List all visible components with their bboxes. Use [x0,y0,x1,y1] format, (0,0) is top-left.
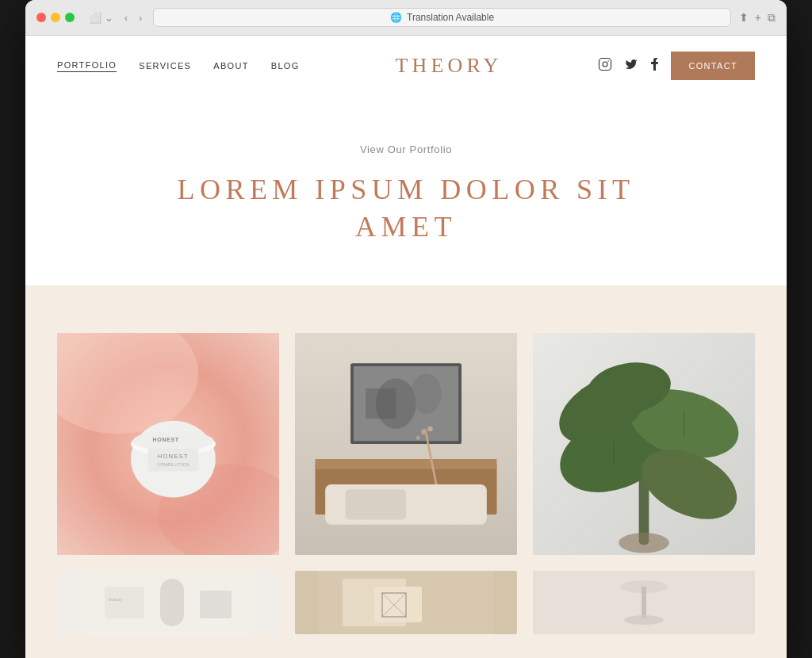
share-button[interactable]: ⬆ [739,11,749,24]
portfolio-item-3[interactable] [533,333,755,555]
svg-point-2 [608,60,610,62]
svg-point-8 [132,430,213,450]
nav-portfolio[interactable]: PORTFOLIO [57,60,117,72]
svg-point-22 [411,373,441,414]
svg-rect-0 [599,59,611,71]
website-content: PORTFOLIO SERVICES ABOUT BLOG THEORY [25,36,787,658]
svg-rect-40 [160,579,184,626]
hero-section: View Our Portfolio LOREM IPSUM DOLOR SIT… [25,96,787,285]
brand-logo[interactable]: THEORY [395,54,502,78]
portfolio-item-1[interactable]: HONEST VITAMIN LOTION [57,333,279,555]
svg-text:HONEST: HONEST [158,452,189,459]
svg-rect-23 [366,388,396,419]
portfolio-image-3 [533,333,755,555]
portfolio-image-4: beauty [57,571,279,634]
nav-back[interactable]: ‹ [121,10,131,25]
translation-icon: 🌐 [390,12,402,23]
traffic-lights [36,13,75,22]
hero-subtitle: View Our Portfolio [41,143,771,155]
nav-about[interactable]: ABOUT [213,61,249,71]
portfolio-section: HONEST VITAMIN LOTION [25,285,787,658]
svg-point-25 [421,429,427,435]
portfolio-grid-bottom: beauty [57,571,755,634]
contact-button[interactable]: CONTACT [671,52,755,80]
nav-left: PORTFOLIO SERVICES ABOUT BLOG [57,60,300,72]
portfolio-grid: HONEST VITAMIN LOTION [57,333,755,555]
address-bar[interactable]: 🌐 Translation Available [153,8,731,27]
portfolio-item-4[interactable]: beauty [57,571,279,634]
hero-title: LOREM IPSUM DOLOR SIT AMET [41,171,771,246]
portfolio-item-2[interactable] [295,333,517,555]
svg-point-52 [624,615,664,625]
portfolio-item-6[interactable] [533,571,755,634]
address-text: Translation Available [407,12,494,23]
svg-rect-51 [642,587,646,618]
portfolio-image-6 [533,571,755,634]
twitter-icon[interactable] [625,58,638,74]
tabs-button[interactable]: ⧉ [768,11,776,25]
svg-point-1 [603,62,607,67]
portfolio-image-2 [295,333,517,555]
portfolio-item-5[interactable] [295,571,517,634]
svg-text:VITAMIN LOTION: VITAMIN LOTION [157,462,190,467]
browser-actions: ⬆ + ⧉ [739,11,776,25]
facebook-icon[interactable] [650,57,658,75]
svg-point-26 [416,435,420,439]
svg-point-37 [619,533,669,553]
maximize-button[interactable] [65,13,75,22]
portfolio-image-5 [295,571,517,634]
browser-controls: ⬜ ⌄ ‹ › [86,10,145,25]
svg-text:beauty: beauty [109,597,123,602]
new-tab-button[interactable]: + [755,11,761,24]
nav-blog[interactable]: BLOG [271,61,300,71]
nav-services[interactable]: SERVICES [139,61,191,71]
svg-rect-41 [200,591,232,618]
instagram-icon[interactable] [598,57,612,75]
browser-window: ⬜ ⌄ ‹ › 🌐 Translation Available ⬆ + ⧉ PO… [25,0,787,658]
svg-rect-39 [105,587,144,618]
svg-point-27 [427,426,432,430]
navigation: PORTFOLIO SERVICES ABOUT BLOG THEORY [25,36,787,96]
svg-rect-16 [315,459,496,469]
nav-forward[interactable]: › [136,10,145,25]
nav-right: CONTACT [598,52,755,80]
svg-rect-18 [346,489,406,519]
close-button[interactable] [36,13,46,22]
minimize-button[interactable] [51,13,60,22]
portfolio-image-1: HONEST VITAMIN LOTION [57,333,279,555]
back-button[interactable]: ⬜ ⌄ [86,10,117,25]
browser-chrome: ⬜ ⌄ ‹ › 🌐 Translation Available ⬆ + ⧉ [25,0,787,36]
